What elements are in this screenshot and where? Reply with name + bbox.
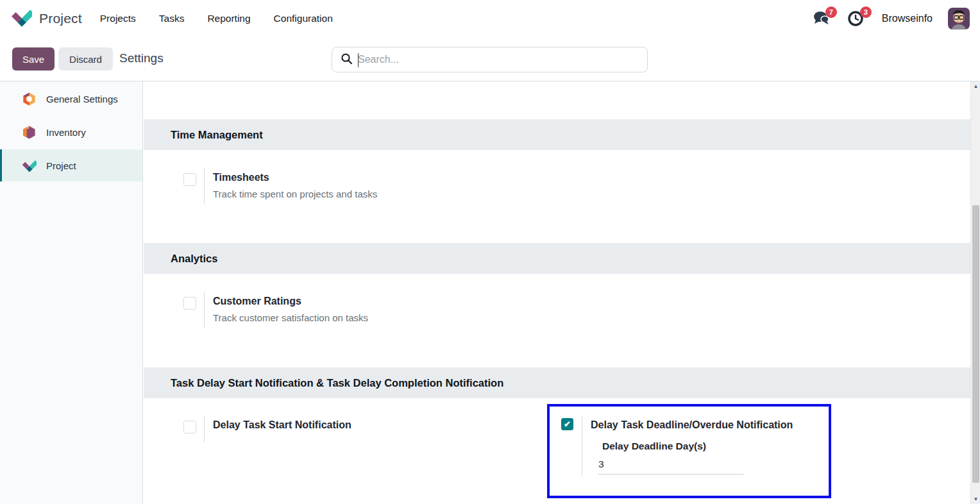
magnifier-icon: [341, 53, 353, 67]
setting-description: Track time spent on projects and tasks: [213, 189, 377, 199]
page-title: Settings: [119, 51, 164, 65]
sidebar-item-label: Inventory: [46, 127, 86, 138]
save-button[interactable]: Save: [12, 47, 55, 71]
delay-deadline-checkbox[interactable]: ✔: [561, 418, 573, 430]
vertical-scrollbar[interactable]: ▲ ▼: [970, 81, 980, 504]
setting-label[interactable]: Delay Task Start Notification: [213, 419, 351, 431]
menu-configuration[interactable]: Configuration: [274, 13, 333, 24]
section-header-task-delay: Task Delay Start Notification & Task Del…: [144, 367, 970, 398]
menu-projects[interactable]: Projects: [100, 13, 136, 24]
top-navbar: Project Projects Tasks Reporting Configu…: [0, 0, 980, 37]
delay-task-start-checkbox[interactable]: [183, 421, 196, 433]
app-name: Project: [39, 11, 82, 26]
setting-delay-task-start: Delay Task Start Notification: [183, 419, 351, 442]
project-app-logo-icon: [11, 7, 32, 31]
menu-tasks[interactable]: Tasks: [159, 13, 185, 24]
general-settings-hexnut-icon: [22, 92, 37, 106]
user-menu[interactable]: Browseinfo: [882, 13, 933, 24]
messages-button[interactable]: 7: [813, 10, 832, 28]
scrollbar-thumb[interactable]: [972, 205, 979, 483]
setting-timesheets: Timesheets Track time spent on projects …: [183, 172, 377, 205]
user-avatar[interactable]: [948, 8, 970, 29]
sidebar-item-label: Project: [46, 160, 76, 171]
divider: [204, 292, 205, 328]
project-check-icon: [22, 158, 37, 173]
delay-deadline-days-input[interactable]: [598, 457, 744, 475]
activities-button[interactable]: 3: [847, 10, 866, 28]
settings-sidebar: General Settings Inventory Project: [0, 81, 143, 504]
search-input[interactable]: [358, 54, 647, 65]
divider: [204, 168, 205, 205]
scroll-down-arrow[interactable]: ▼: [971, 494, 980, 504]
app-home-button[interactable]: Project: [11, 7, 82, 31]
setting-label[interactable]: Customer Ratings: [213, 296, 368, 307]
setting-description: Track customer satisfaction on tasks: [213, 312, 368, 323]
menu-reporting[interactable]: Reporting: [207, 13, 250, 24]
inventory-cube-icon: [22, 125, 37, 140]
customer-ratings-checkbox[interactable]: [183, 297, 196, 310]
search-box[interactable]: [332, 47, 648, 72]
divider: [582, 417, 582, 476]
delay-deadline-days-label: Delay Deadline Day(s): [602, 441, 706, 452]
timesheets-checkbox[interactable]: [183, 173, 196, 186]
sidebar-item-inventory[interactable]: Inventory: [0, 116, 142, 148]
activities-badge: 3: [860, 6, 872, 18]
control-bar: Save Discard Settings: [0, 37, 980, 81]
discard-button[interactable]: Discard: [58, 47, 113, 71]
sidebar-item-label: General Settings: [46, 94, 118, 105]
text-cursor: [358, 53, 359, 67]
clock-icon: [847, 18, 865, 29]
sidebar-item-general-settings[interactable]: General Settings: [0, 83, 142, 115]
main-menu: Projects Tasks Reporting Configuration: [100, 13, 333, 24]
messages-badge: 7: [825, 6, 837, 18]
setting-label[interactable]: Timesheets: [213, 172, 377, 183]
divider: [204, 416, 205, 442]
section-header-analytics: Analytics: [144, 243, 970, 274]
setting-delay-deadline-highlight-box: ✔ Delay Task Deadline/Overdue Notificati…: [547, 404, 831, 498]
scroll-up-arrow[interactable]: ▲: [971, 81, 980, 91]
settings-content: Time Management Timesheets Track time sp…: [144, 81, 970, 504]
setting-label[interactable]: Delay Task Deadline/Overdue Notification: [591, 419, 793, 431]
check-icon: ✔: [564, 419, 571, 429]
setting-customer-ratings: Customer Ratings Track customer satisfac…: [183, 296, 368, 328]
sidebar-item-project[interactable]: Project: [0, 149, 142, 181]
chat-bubbles-icon: [813, 17, 831, 28]
section-header-time-management: Time Management: [144, 119, 970, 150]
